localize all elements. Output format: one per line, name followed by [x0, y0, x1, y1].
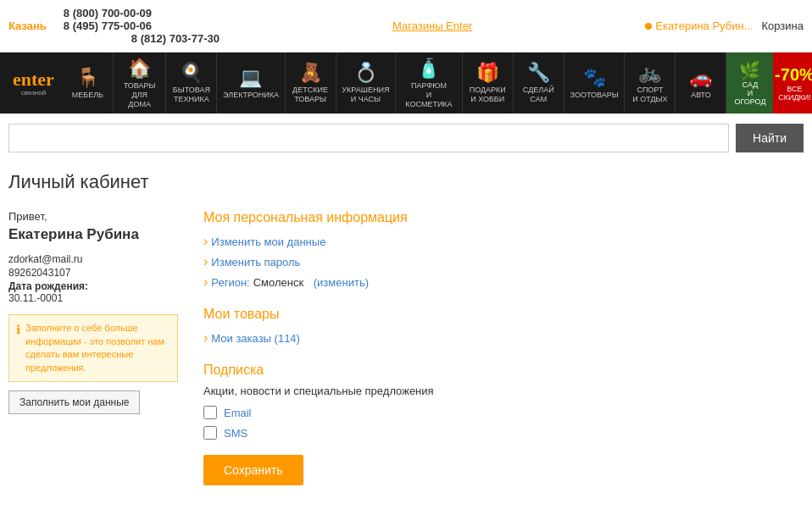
- nav-item-gifts[interactable]: 🎁 ПОДАРКИИ ХОББИ: [463, 53, 514, 114]
- top-bar: Казань 8 (800) 700-00-09 8 (495) 775-00-…: [0, 0, 812, 53]
- phones: 8 (800) 700-00-09 8 (495) 775-00-06 8 (8…: [64, 7, 220, 45]
- orders-link[interactable]: Мои заказы (114): [203, 330, 804, 346]
- appliances-icon: 🍳: [180, 62, 203, 84]
- orders-links: Мои заказы (114): [203, 330, 804, 346]
- phone2: 8 (495) 775-00-06: [64, 19, 220, 32]
- email-checkbox-label[interactable]: Email: [224, 407, 252, 419]
- electronics-icon: 💻: [239, 67, 262, 89]
- save-button[interactable]: Сохранить: [203, 455, 303, 485]
- logo-sub: связной: [13, 89, 54, 97]
- search-button[interactable]: Найти: [736, 124, 804, 152]
- info-message: Заполните о себе больше информации - это…: [25, 322, 170, 374]
- bday-label: Дата рождения:: [8, 280, 178, 292]
- nav-item-cosmetics[interactable]: 🧴 ПАРФЮМИ КОСМЕТИКА: [396, 53, 463, 114]
- user-name-display[interactable]: Екатерина Рубин...: [645, 19, 753, 32]
- subscription-desc: Акции, новости и специальные предложения: [203, 385, 804, 397]
- user-online-dot: [645, 23, 652, 30]
- nav-item-furniture[interactable]: 🪑 МЕБЕЛЬ: [63, 53, 114, 114]
- auto-icon: 🚗: [689, 67, 712, 89]
- personal-info-title: Моя персональная информация: [203, 210, 804, 225]
- subscription-title: Подписка: [203, 363, 804, 378]
- region-name: Смоленск: [253, 276, 303, 289]
- left-panel: Привет, Екатерина Рубина zdorkat@mail.ru…: [8, 210, 178, 485]
- nav-bar: enter связной 🪑 МЕБЕЛЬ 🏠 ТОВАРЫДЛЯ ДОМА …: [0, 53, 812, 114]
- garden-icon: 🌿: [739, 60, 760, 80]
- bday-value: 30.11.-0001: [8, 292, 178, 304]
- nav-promo-sale[interactable]: -70% ВСЕ СКИДКИ!: [773, 53, 812, 114]
- greeting-text: Привет,: [8, 210, 178, 223]
- change-password-link[interactable]: Изменить пароль: [203, 254, 804, 269]
- user-phone: 89262043107: [8, 267, 178, 279]
- region-prefix: Регион:: [211, 276, 249, 289]
- garden-label2: И ОГОРОД: [733, 89, 766, 106]
- logo-text: enter: [13, 70, 54, 89]
- change-data-link[interactable]: Изменить мои данные: [203, 234, 804, 249]
- nav-item-home[interactable]: 🏠 ТОВАРЫДЛЯ ДОМА: [114, 53, 167, 114]
- nav-item-jewelry[interactable]: 💍 УКРАШЕНИЯИ ЧАСЫ: [336, 53, 397, 114]
- main-content: Личный кабинет Привет, Екатерина Рубина …: [0, 163, 812, 511]
- info-icon: ℹ: [16, 323, 20, 336]
- sms-checkbox-row: SMS: [203, 426, 804, 440]
- sports-icon: 🚲: [638, 62, 661, 84]
- home-icon: 🏠: [128, 58, 151, 80]
- page-title: Личный кабинет: [8, 171, 804, 193]
- gifts-icon: 🎁: [476, 62, 499, 84]
- nav-logo[interactable]: enter связной: [4, 53, 63, 114]
- user-email: zdorkat@mail.ru: [8, 253, 178, 265]
- nav-item-electronics[interactable]: 💻 ЭЛЕКТРОНИКА: [217, 53, 285, 114]
- content-layout: Привет, Екатерина Рубина zdorkat@mail.ru…: [8, 210, 804, 485]
- orders-title: Мои товары: [203, 307, 804, 322]
- right-panel: Моя персональная информация Изменить мои…: [203, 210, 804, 485]
- furniture-icon: 🪑: [76, 67, 99, 89]
- user-area: Екатерина Рубин... Корзина: [645, 19, 804, 32]
- jewelry-icon: 💍: [354, 62, 377, 84]
- fill-data-button[interactable]: Заполнить мои данные: [8, 390, 140, 414]
- search-bar: Найти: [0, 114, 812, 163]
- nav-item-appliances[interactable]: 🍳 БЫТОВАЯТЕХНИКА: [166, 53, 217, 114]
- region-row: Регион: Смоленск (изменить): [203, 274, 804, 290]
- sms-checkbox[interactable]: [203, 426, 217, 440]
- pets-icon: 🐾: [583, 67, 606, 89]
- nav-items: 🪑 МЕБЕЛЬ 🏠 ТОВАРЫДЛЯ ДОМА 🍳 БЫТОВАЯТЕХНИ…: [63, 53, 727, 114]
- cosmetics-icon: 🧴: [417, 58, 440, 80]
- nav-item-kids[interactable]: 🧸 ДЕТСКИЕТОВАРЫ: [286, 53, 336, 114]
- nav-item-pets[interactable]: 🐾 ЗООТОВАРЫ: [565, 53, 626, 114]
- sale-label2: СКИДКИ!: [778, 93, 811, 102]
- user-full-name: Екатерина Рубина: [8, 226, 178, 243]
- sms-checkbox-label[interactable]: SMS: [224, 427, 247, 440]
- sale-percent: -70%: [775, 65, 812, 85]
- nav-item-auto[interactable]: 🚗 АВТО: [676, 53, 726, 114]
- personal-links: Изменить мои данные Изменить пароль Реги…: [203, 234, 804, 290]
- stores-link[interactable]: Магазины Enter: [392, 19, 472, 32]
- search-input[interactable]: [8, 124, 729, 152]
- phone1: 8 (800) 700-00-09: [64, 7, 220, 19]
- region-change-link[interactable]: (изменить): [314, 276, 369, 289]
- info-box: ℹ Заполните о себе больше информации - э…: [8, 314, 178, 382]
- phone3: 8 (812) 703-77-30: [131, 32, 220, 45]
- kids-icon: 🧸: [299, 62, 322, 84]
- cart-label[interactable]: Корзина: [761, 19, 804, 32]
- email-checkbox[interactable]: [203, 406, 217, 419]
- sale-label1: ВСЕ: [787, 85, 802, 93]
- nav-promo-garden[interactable]: 🌿 САД И ОГОРОД: [726, 53, 773, 114]
- email-checkbox-row: Email: [203, 406, 804, 419]
- nav-item-diy[interactable]: 🔧 СДЕЛАЙСАМ: [514, 53, 565, 114]
- nav-item-sports[interactable]: 🚲 СПОРТИ ОТДЫХ: [625, 53, 676, 114]
- city-label[interactable]: Казань: [8, 19, 47, 32]
- garden-label1: САД: [742, 80, 759, 89]
- diy-icon: 🔧: [527, 62, 550, 84]
